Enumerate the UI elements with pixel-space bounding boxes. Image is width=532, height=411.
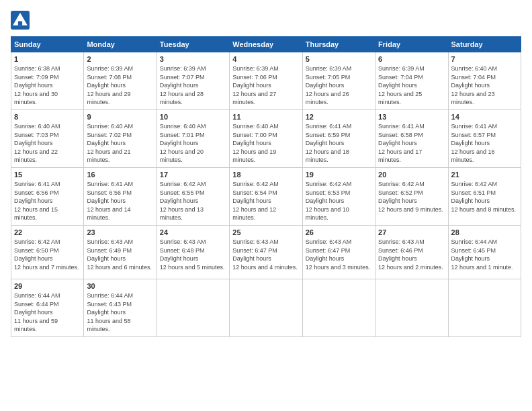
daylight-label: Daylight hours [232, 140, 271, 146]
sunrise-label: Sunrise: 6:41 AM [87, 181, 133, 187]
logo [11, 11, 32, 30]
daylight-value: 12 hours and 21 minutes. [87, 148, 130, 164]
sunrise-label: Sunrise: 6:43 AM [378, 238, 425, 245]
daylight-value: 12 hours and 28 minutes. [160, 91, 204, 106]
daylight-value: 12 hours and 6 minutes. [87, 264, 152, 271]
calendar-cell: 11 Sunrise: 6:40 AM Sunset: 7:00 PM Dayl… [230, 109, 302, 167]
day-info: Sunrise: 6:39 AM Sunset: 7:06 PM Dayligh… [232, 64, 299, 107]
sunset-label: Sunset: 6:59 PM [306, 132, 351, 138]
daylight-value: 12 hours and 19 minutes. [232, 148, 276, 164]
daylight-label: Daylight hours [14, 255, 53, 262]
sunrise-label: Sunrise: 6:40 AM [160, 123, 206, 130]
day-info: Sunrise: 6:43 AM Sunset: 6:48 PM Dayligh… [160, 238, 226, 271]
sunrise-label: Sunrise: 6:41 AM [378, 123, 425, 130]
calendar-cell: 1 Sunrise: 6:38 AM Sunset: 7:09 PM Dayli… [11, 52, 84, 110]
day-header-sunday: Sunday [11, 37, 84, 52]
daylight-label: Daylight hours [160, 82, 199, 89]
daylight-value: 12 hours and 8 minutes. [451, 206, 517, 213]
day-info: Sunrise: 6:40 AM Sunset: 7:04 PM Dayligh… [451, 64, 518, 107]
sunrise-label: Sunrise: 6:44 AM [87, 292, 133, 299]
sunrise-label: Sunrise: 6:42 AM [306, 181, 352, 187]
day-header-saturday: Saturday [448, 37, 521, 52]
sunset-label: Sunset: 6:48 PM [160, 247, 205, 254]
sunset-label: Sunset: 7:09 PM [14, 74, 59, 81]
daylight-label: Daylight hours [451, 255, 490, 262]
day-info: Sunrise: 6:41 AM Sunset: 6:56 PM Dayligh… [87, 180, 153, 222]
sunset-label: Sunset: 6:53 PM [306, 189, 351, 196]
day-header-tuesday: Tuesday [157, 37, 229, 52]
sunset-label: Sunset: 6:49 PM [87, 247, 132, 254]
day-number: 21 [451, 171, 518, 179]
week-row-3: 15 Sunrise: 6:41 AM Sunset: 6:56 PM Dayl… [11, 167, 521, 225]
daylight-label: Daylight hours [232, 82, 271, 89]
calendar-cell: 19 Sunrise: 6:42 AM Sunset: 6:53 PM Dayl… [302, 167, 375, 225]
sunset-label: Sunset: 6:58 PM [378, 132, 423, 138]
calendar-cell: 14 Sunrise: 6:41 AM Sunset: 6:57 PM Dayl… [448, 109, 521, 167]
week-row-1: 1 Sunrise: 6:38 AM Sunset: 7:09 PM Dayli… [11, 52, 521, 110]
day-info: Sunrise: 6:39 AM Sunset: 7:04 PM Dayligh… [378, 64, 445, 107]
week-row-4: 22 Sunrise: 6:42 AM Sunset: 6:50 PM Dayl… [11, 225, 521, 279]
day-info: Sunrise: 6:41 AM Sunset: 6:59 PM Dayligh… [306, 122, 372, 165]
day-number: 12 [306, 113, 372, 121]
day-info: Sunrise: 6:42 AM Sunset: 6:55 PM Dayligh… [160, 180, 226, 222]
day-number: 19 [306, 171, 372, 179]
daylight-value: 12 hours and 5 minutes. [160, 264, 225, 271]
sunset-label: Sunset: 7:07 PM [160, 74, 205, 81]
calendar-cell: 23 Sunrise: 6:43 AM Sunset: 6:49 PM Dayl… [84, 225, 157, 279]
daylight-label: Daylight hours [306, 255, 345, 262]
day-number: 16 [87, 171, 153, 179]
calendar-cell: 13 Sunrise: 6:41 AM Sunset: 6:58 PM Dayl… [375, 109, 448, 167]
day-info: Sunrise: 6:40 AM Sunset: 7:00 PM Dayligh… [232, 122, 299, 165]
sunset-label: Sunset: 6:52 PM [378, 189, 423, 196]
day-number: 4 [232, 55, 299, 63]
svg-rect-2 [18, 21, 22, 26]
calendar-cell: 10 Sunrise: 6:40 AM Sunset: 7:01 PM Dayl… [157, 109, 229, 167]
sunset-label: Sunset: 7:01 PM [160, 132, 205, 138]
day-number: 15 [14, 171, 81, 179]
page: SundayMondayTuesdayWednesdayThursdayFrid… [0, 0, 532, 411]
sunset-label: Sunset: 6:55 PM [160, 189, 205, 196]
calendar-cell: 18 Sunrise: 6:42 AM Sunset: 6:54 PM Dayl… [230, 167, 302, 225]
calendar-cell [448, 279, 521, 336]
day-info: Sunrise: 6:44 AM Sunset: 6:45 PM Dayligh… [451, 238, 518, 271]
calendar-cell: 24 Sunrise: 6:43 AM Sunset: 6:48 PM Dayl… [157, 225, 229, 279]
day-info: Sunrise: 6:42 AM Sunset: 6:54 PM Dayligh… [232, 180, 299, 222]
day-info: Sunrise: 6:39 AM Sunset: 7:05 PM Dayligh… [306, 64, 372, 107]
sunrise-label: Sunrise: 6:42 AM [160, 181, 206, 187]
calendar-cell: 7 Sunrise: 6:40 AM Sunset: 7:04 PM Dayli… [448, 52, 521, 110]
daylight-value: 12 hours and 17 minutes. [378, 148, 422, 164]
sunrise-label: Sunrise: 6:40 AM [451, 65, 498, 72]
day-number: 8 [14, 113, 81, 121]
sunrise-label: Sunrise: 6:39 AM [378, 65, 425, 72]
sunrise-label: Sunrise: 6:40 AM [14, 123, 60, 130]
calendar-cell [375, 279, 448, 336]
day-number: 28 [451, 228, 518, 236]
daylight-value: 11 hours and 58 minutes. [87, 318, 130, 333]
day-info: Sunrise: 6:42 AM Sunset: 6:50 PM Dayligh… [14, 238, 81, 271]
sunrise-label: Sunrise: 6:42 AM [232, 181, 279, 187]
day-number: 24 [160, 228, 226, 236]
calendar-cell [302, 279, 375, 336]
daylight-value: 12 hours and 23 minutes. [451, 91, 495, 106]
day-number: 10 [160, 113, 226, 121]
calendar-cell: 2 Sunrise: 6:39 AM Sunset: 7:08 PM Dayli… [84, 52, 157, 110]
sunset-label: Sunset: 7:04 PM [378, 74, 423, 81]
sunset-label: Sunset: 6:43 PM [87, 301, 132, 308]
daylight-value: 12 hours and 12 minutes. [232, 206, 276, 222]
daylight-value: 12 hours and 22 minutes. [14, 148, 58, 164]
day-number: 7 [451, 55, 518, 63]
calendar-cell: 5 Sunrise: 6:39 AM Sunset: 7:05 PM Dayli… [302, 52, 375, 110]
day-number: 1 [14, 55, 81, 63]
sunset-label: Sunset: 6:44 PM [14, 301, 59, 308]
sunrise-label: Sunrise: 6:42 AM [451, 181, 498, 187]
calendar-cell: 20 Sunrise: 6:42 AM Sunset: 6:52 PM Dayl… [375, 167, 448, 225]
daylight-value: 12 hours and 30 minutes. [14, 91, 58, 106]
daylight-label: Daylight hours [232, 255, 271, 262]
day-number: 18 [232, 171, 299, 179]
sunset-label: Sunset: 7:04 PM [451, 74, 496, 81]
calendar-cell [157, 279, 229, 336]
daylight-label: Daylight hours [306, 82, 345, 89]
logo-icon [11, 11, 30, 30]
sunrise-label: Sunrise: 6:42 AM [14, 238, 60, 245]
daylight-label: Daylight hours [451, 140, 490, 146]
